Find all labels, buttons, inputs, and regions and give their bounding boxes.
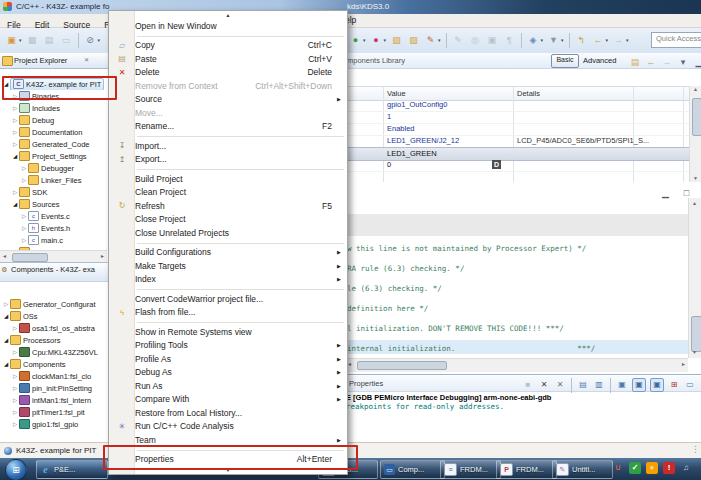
expand-icon[interactable]: ▷	[11, 409, 19, 415]
expand-icon[interactable]: ▷	[20, 177, 28, 183]
quick-access-input[interactable]: Quick Access	[651, 32, 701, 48]
show-console-icon[interactable]: ▣	[649, 377, 665, 393]
menu-item-restore-from-local-history[interactable]: Restore from Local History...	[109, 406, 347, 420]
toggle-mark-icon-dropdown[interactable]: ▾	[561, 37, 564, 43]
skip-breakpoints-icon[interactable]: ⊘▾	[83, 32, 102, 48]
menu-item-close-unrelated-projects[interactable]: Close Unrelated Projects	[109, 226, 347, 240]
expand-icon[interactable]: ▷	[11, 349, 19, 355]
scroll-up-icon[interactable]: ▲	[692, 198, 697, 209]
advanced-button[interactable]: Advanced	[583, 56, 616, 65]
menu-item-profile-as[interactable]: Profile As▶	[109, 352, 347, 366]
components-library-tab[interactable]: mponents Library	[347, 56, 405, 65]
debug-icon[interactable]: ●▾	[348, 32, 367, 48]
expand-icon[interactable]: ▷	[11, 189, 19, 195]
menu-item-source[interactable]: Source▶	[109, 93, 347, 107]
tree-item-debug[interactable]: ▷Debug	[0, 114, 119, 126]
skip-breakpoints-icon-dropdown[interactable]: ▾	[98, 37, 101, 43]
display-console-icon[interactable]: ▭	[683, 377, 697, 393]
menu-item-export[interactable]: ↥Export...	[109, 153, 347, 167]
messenger-tray-icon[interactable]: ●	[646, 462, 658, 474]
taskbar-item-comp[interactable]: ▭Comp...	[380, 460, 445, 479]
menu-item-compare-with[interactable]: Compare With▶	[109, 393, 347, 407]
terminate-icon[interactable]: ■	[521, 377, 535, 393]
forward-icon[interactable]: →▾	[611, 32, 630, 48]
tree-item-gpio1-fsl-gpio[interactable]: ▷gpio1:fsl_gpio	[0, 418, 119, 430]
menu-item-run-c-c-code-analysis[interactable]: ✳Run C/C++ Code Analysis	[109, 420, 347, 434]
expand-icon[interactable]: ▷	[11, 141, 19, 147]
expand-icon[interactable]: ▷	[11, 373, 19, 379]
tab-close-icon[interactable]: ✕	[84, 56, 89, 63]
expand-icon[interactable]: ▷	[20, 225, 28, 231]
menu-item-show-in-remote-systems-view[interactable]: Show in Remote Systems view	[109, 325, 347, 339]
tree-item-pin-init-pinsetting[interactable]: ▷pin_init:PinSetting	[0, 382, 119, 394]
annotations-icon-dropdown[interactable]: ▾	[541, 37, 544, 43]
collapse-icon[interactable]: ◢	[11, 153, 19, 159]
explorer-horizontal-scrollbar[interactable]: ◄ ►	[0, 250, 107, 262]
table-row[interactable]: 0D	[345, 159, 689, 172]
taskbar-item-p-e[interactable]: eP&E...	[36, 460, 108, 479]
menu-item-flash-from-file[interactable]: ϟFlash from file...	[109, 306, 347, 320]
editor-vertical-scrollbar[interactable]: ▲ ▼	[688, 198, 701, 358]
toggle-mark-icon[interactable]: ▼▾	[546, 32, 565, 48]
collapse-icon[interactable]: ◢	[2, 361, 10, 367]
flash-config-icon-dropdown[interactable]: ▾	[384, 37, 387, 43]
minimize-icon[interactable]: ▁	[658, 185, 673, 201]
tree-item-components[interactable]: ◢Components	[0, 358, 110, 370]
paintbrush-icon[interactable]: ✎▾	[423, 32, 442, 48]
back-icon[interactable]: ←▾	[591, 32, 610, 48]
new-wizard-icon[interactable]: ▣▾	[4, 32, 23, 48]
expand-icon[interactable]: ▷	[11, 385, 19, 391]
expand-icon[interactable]: ▷	[20, 213, 28, 219]
components-panel-header[interactable]: ⚙ Components - K43Z- exa	[0, 262, 108, 282]
tree-item-sources[interactable]: ◢Sources	[0, 198, 119, 210]
box-icon[interactable]: ▣	[485, 32, 500, 48]
menu-item-profiling-tools[interactable]: Profiling Tools▶	[109, 339, 347, 353]
tree-item-cpu-mkl43z256vl[interactable]: ▷Cpu:MKL43Z256VL	[0, 346, 119, 358]
code-editor-panel[interactable]: ▁□ w this line is not maintained by Proc…	[345, 182, 701, 375]
menu-item-make-targets[interactable]: Make Targets▶	[109, 259, 347, 273]
menu-scroll-up-icon[interactable]: ▲	[109, 11, 347, 19]
scroll-right-icon[interactable]: ►	[100, 251, 105, 262]
scroll-right-icon[interactable]: ►	[681, 359, 686, 370]
flash-config-icon[interactable]: ●▾	[369, 32, 388, 48]
expand-icon[interactable]: ▷	[2, 301, 10, 307]
collapse-icon[interactable]: ◢	[11, 201, 19, 207]
menu-item-build-configurations[interactable]: Build Configurations▶	[109, 246, 347, 260]
scroll-lock-icon[interactable]: ▥	[592, 377, 606, 393]
remove-launch-icon[interactable]: ✕	[537, 377, 551, 393]
taskbar-item-untitl[interactable]: ✎Untitl...	[552, 460, 613, 479]
tree-item-pittimer1-fsl-pit[interactable]: ▷pitTimer1:fsl_pit	[0, 406, 119, 418]
scrollbar-thumb[interactable]	[692, 98, 701, 136]
menu-item-clean-project[interactable]: Clean Project	[109, 186, 347, 200]
pilcrow-icon[interactable]: ¶	[502, 32, 517, 48]
back-icon[interactable]: ←	[644, 54, 658, 70]
basic-button[interactable]: Basic	[551, 54, 579, 68]
start-button[interactable]: ⊞	[5, 459, 27, 480]
back-icon-dropdown[interactable]: ▾	[606, 37, 609, 43]
paintbrush-icon-dropdown[interactable]: ▾	[438, 37, 441, 43]
scroll-up-icon[interactable]: ▲	[693, 84, 698, 95]
save-all-icon[interactable]: ▤	[42, 32, 57, 48]
clear-console-icon[interactable]: ▤	[576, 377, 590, 393]
annotations-icon[interactable]: ◈▾	[526, 32, 545, 48]
remove-all-launches-icon[interactable]: ✕	[553, 377, 567, 393]
expand-icon[interactable]: ▷	[11, 129, 19, 135]
target-icon[interactable]: ◎	[468, 32, 483, 48]
expand-icon[interactable]: ▷	[20, 237, 28, 243]
inspector-vertical-scrollbar[interactable]: ▲ ▼	[689, 86, 701, 182]
collapse-icon[interactable]: ◢	[2, 337, 10, 343]
minimize-icon[interactable]: ▁	[692, 54, 701, 70]
tree-item-clockman1-fsl-clo[interactable]: ▷clockMan1:fsl_clo	[0, 370, 119, 382]
expand-icon[interactable]: ▷	[11, 325, 19, 331]
expand-icon[interactable]: ▷	[11, 397, 19, 403]
open-console-icon[interactable]: ⊞	[667, 377, 681, 393]
menu-item-copy[interactable]: ▱CopyCtrl+C	[109, 39, 347, 53]
scrollbar-thumb[interactable]	[357, 361, 447, 370]
console-settings-icon[interactable]: ▣	[615, 377, 629, 393]
menu-item-convert-codewarrior-project-file[interactable]: Convert CodeWarrior project file...	[109, 292, 347, 306]
print-icon[interactable]: ▭	[59, 32, 74, 48]
open-folder-icon[interactable]: ▨	[406, 32, 421, 48]
tree-item-documentation[interactable]: ▷Documentation	[0, 126, 119, 138]
forward-icon-dropdown[interactable]: ▾	[626, 37, 629, 43]
properties-view-tab[interactable]: Properties	[349, 379, 383, 388]
